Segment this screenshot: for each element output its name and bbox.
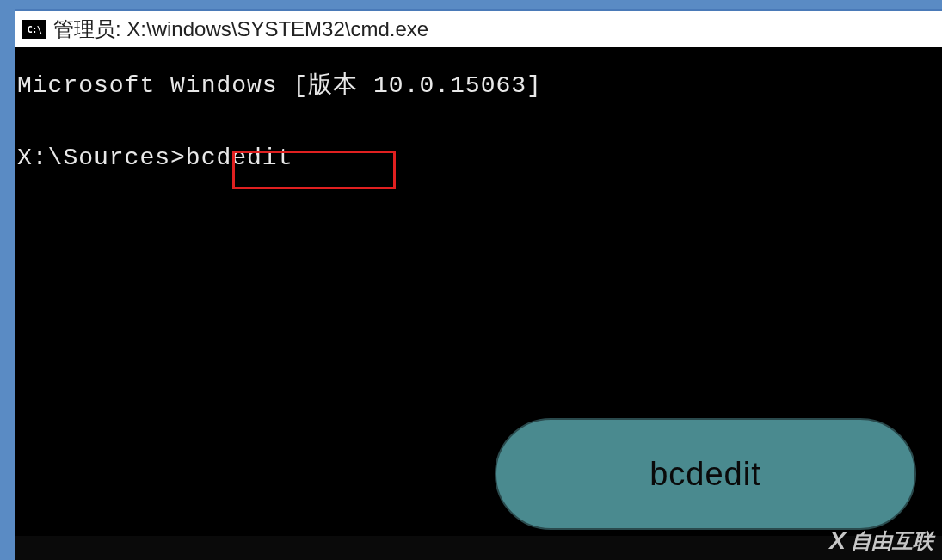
- watermark-text: 自由互联: [851, 527, 933, 555]
- console-version-line: Microsoft Windows [版本 10.0.15063]: [17, 68, 940, 104]
- annotation-label: bcdedit: [650, 450, 761, 499]
- highlight-box: [232, 151, 396, 189]
- watermark-icon: X: [829, 527, 846, 555]
- titlebar[interactable]: C:\ 管理员: X:\windows\SYSTEM32\cmd.exe: [15, 11, 942, 47]
- cmd-window: C:\ 管理员: X:\windows\SYSTEM32\cmd.exe Mic…: [15, 9, 942, 536]
- annotation-bubble: bcdedit: [495, 418, 916, 530]
- console-area[interactable]: Microsoft Windows [版本 10.0.15063] X:\Sou…: [15, 47, 942, 536]
- console-prompt-line: X:\Sources>bcdedit: [17, 140, 940, 176]
- cmd-icon: C:\: [22, 20, 46, 39]
- prompt-text: X:\Sources>: [17, 145, 186, 171]
- bottom-strip: [15, 536, 942, 560]
- watermark: X 自由互联: [829, 527, 933, 555]
- window-title: 管理员: X:\windows\SYSTEM32\cmd.exe: [53, 15, 428, 43]
